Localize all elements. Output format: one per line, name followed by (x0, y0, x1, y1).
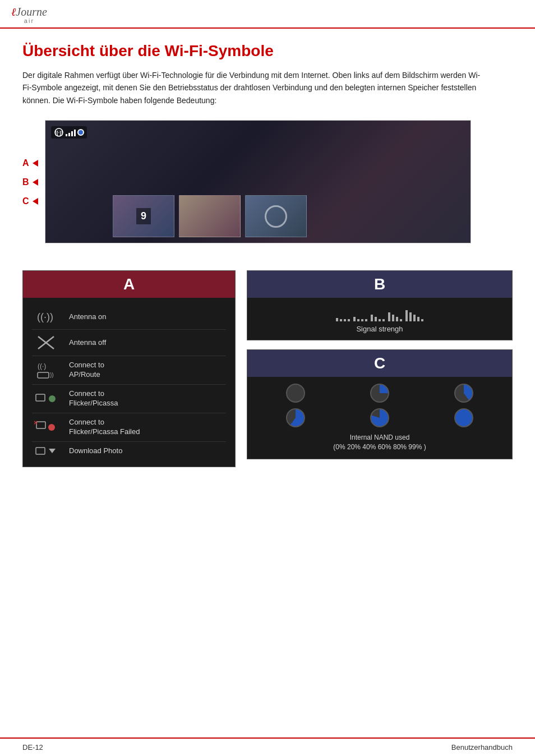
nand-label: Internal NAND used (0% 20% 40% 60% 80% 9… (256, 433, 503, 452)
wifi-icon: ((·)) (54, 128, 64, 137)
right-panels: B (247, 270, 513, 459)
svg-text:((·): ((·) (38, 362, 46, 370)
antenna-on-label: Antenna on (69, 312, 107, 322)
label-c: C (22, 196, 45, 206)
panel-a-body: ((·)) Antenna on Antenna off (23, 298, 235, 467)
symbol-antenna-on: ((·)) Antenna on (32, 305, 226, 330)
circle-0 (286, 384, 305, 403)
panels-row: A ((·)) Antenna on (22, 270, 513, 467)
antenna-on-icon: ((·)) (32, 309, 60, 325)
signal-group-1 (336, 318, 350, 321)
photo-thumb-3 (245, 195, 307, 237)
signal-bars-indicator (66, 128, 76, 136)
logo: ℓ Journe air (11, 6, 47, 24)
logo-text: Journ (16, 6, 42, 19)
signal-bars-display (256, 305, 503, 321)
label-b: B (22, 177, 45, 187)
label-a: A (22, 158, 45, 168)
screen-top-bar: ((·)) (51, 126, 87, 139)
page-title: Übersicht über die Wi-Fi-Symbole (22, 42, 513, 60)
memory-indicator (77, 129, 84, 136)
signal-group-4 (388, 312, 402, 321)
svg-rect-10 (36, 422, 45, 428)
panel-c-body: Internal NAND used (0% 20% 40% 60% 80% 9… (247, 377, 512, 459)
connect-failed-label: Connect toFlicker/Picassa Failed (69, 418, 140, 437)
svg-rect-8 (36, 394, 45, 401)
svg-rect-6 (38, 372, 49, 378)
connect-flicker-icon (32, 394, 60, 404)
panel-c-header: C (247, 350, 512, 377)
svg-point-9 (49, 395, 56, 402)
circle-99 (454, 408, 473, 427)
main-content: Übersicht über die Wi-Fi-Symbole Der dig… (0, 29, 535, 490)
connect-failed-icon: × (32, 421, 60, 434)
panel-b: B (247, 270, 513, 340)
footer-page-number: DE-12 (22, 743, 43, 752)
circle-80 (370, 408, 389, 427)
circle-20 (370, 384, 389, 403)
photo-thumb-2 (179, 195, 241, 237)
svg-marker-13 (49, 449, 56, 453)
footer-manual-name: Benutzerhandbuch (451, 743, 513, 752)
circle-40 (454, 384, 473, 403)
photo-thumb-1: 9 (113, 195, 174, 237)
antenna-off-label: Antenna off (69, 338, 106, 348)
signal-group-3 (371, 315, 385, 321)
panel-c: C Internal NAND used (247, 349, 513, 459)
photo-thumbnails: 9 (113, 195, 307, 237)
intro-paragraph: Der digitale Rahmen verfügt über Wi-Fi-T… (22, 69, 482, 107)
page-header: ℓ Journe air (0, 0, 535, 29)
connect-ap-icon: ((·) )) (32, 361, 60, 379)
page-footer: DE-12 Benutzerhandbuch (0, 737, 535, 756)
symbol-antenna-off: Antenna off (32, 330, 226, 356)
circle-60 (286, 408, 305, 427)
panel-a: A ((·)) Antenna on (22, 270, 236, 467)
symbol-connect-flicker: Connect toFlicker/Picassa (32, 385, 226, 413)
signal-label: Signal strengh (256, 325, 503, 333)
signal-group-2 (353, 317, 367, 321)
wifi-indicator: ((·)) (51, 126, 87, 139)
svg-text:((·)): ((·)) (37, 311, 53, 322)
panel-a-header: A (23, 271, 235, 298)
symbol-connect-failed: × Connect toFlicker/Picassa Failed (32, 413, 226, 442)
svg-rect-12 (36, 448, 45, 454)
nand-title: Internal NAND used (350, 434, 410, 441)
nand-percentages: (0% 20% 40% 60% 80% 99% ) (333, 443, 426, 451)
svg-text:)): )) (50, 372, 54, 378)
panel-b-header: B (247, 271, 512, 298)
symbol-download: Download Photo (32, 442, 226, 460)
memory-circles (256, 384, 503, 427)
screenshot-section: A B C ((·)) (22, 120, 513, 257)
panel-b-body: Signal strengh (247, 298, 512, 340)
device-screenshot: ((·)) 9 (45, 120, 471, 243)
abc-labels: A B C (22, 120, 45, 215)
download-label: Download Photo (69, 446, 122, 456)
svg-point-11 (48, 424, 55, 431)
logo-leaf: ℓ (11, 6, 16, 19)
connect-flicker-label: Connect toFlicker/Picassa (69, 389, 118, 408)
svg-text:((·)): ((·)) (55, 130, 63, 136)
symbol-connect-ap: ((·) )) Connect toAP/Route (32, 356, 226, 385)
download-icon (32, 446, 60, 455)
antenna-off-icon (32, 334, 60, 351)
signal-group-5 (405, 310, 423, 321)
connect-ap-label: Connect toAP/Route (69, 361, 104, 380)
